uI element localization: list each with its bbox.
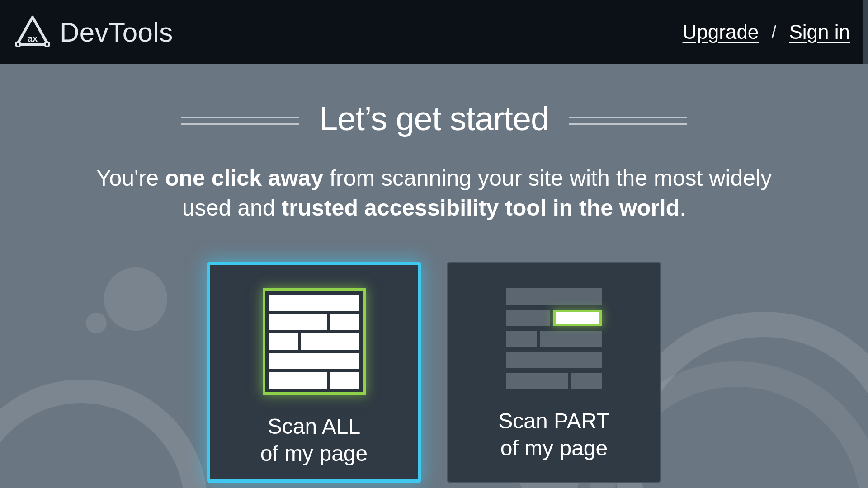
svg-text:ax: ax xyxy=(28,33,38,43)
scan-all-card[interactable]: Scan ALL of my page xyxy=(207,262,421,483)
card-label-line: Scan ALL xyxy=(268,414,361,438)
main-area: Let’s get started You're one click away … xyxy=(0,64,868,488)
title-rule-right xyxy=(569,117,687,121)
header-right-edge xyxy=(863,0,868,64)
title-row: Let’s get started xyxy=(181,99,687,138)
page-title: Let’s get started xyxy=(319,99,549,138)
nav-divider: / xyxy=(771,22,776,42)
scan-all-label: Scan ALL of my page xyxy=(260,413,368,467)
subtitle-bold: trusted accessibility tool in the world xyxy=(282,195,680,221)
card-label-line: of my page xyxy=(260,441,368,465)
header-nav: Upgrade / Sign in xyxy=(683,21,850,43)
scan-part-label: Scan PART of my page xyxy=(498,408,609,462)
subtitle: You're one click away from scanning your… xyxy=(81,163,787,223)
scan-all-illustration-icon xyxy=(263,288,366,395)
subtitle-bold: one click away xyxy=(165,165,323,191)
subtitle-text: . xyxy=(679,195,686,221)
brand-name: DevTools xyxy=(60,17,173,48)
title-rule-left xyxy=(181,117,299,121)
upgrade-link[interactable]: Upgrade xyxy=(683,21,759,43)
svg-point-1 xyxy=(45,42,49,47)
app-header: ax DevTools Upgrade / Sign in xyxy=(0,0,868,64)
svg-point-0 xyxy=(16,42,20,47)
brand: ax DevTools xyxy=(15,15,173,49)
scan-option-cards: Scan ALL of my page Scan PART of my page xyxy=(207,262,661,483)
card-label-line: of my page xyxy=(500,436,608,460)
subtitle-text: You're xyxy=(96,165,165,191)
scan-part-card[interactable]: Scan PART of my page xyxy=(447,262,661,483)
scan-part-illustration-icon xyxy=(506,288,602,389)
signin-link[interactable]: Sign in xyxy=(789,21,850,43)
card-label-line: Scan PART xyxy=(498,409,609,433)
axe-logo-icon: ax xyxy=(15,15,50,49)
